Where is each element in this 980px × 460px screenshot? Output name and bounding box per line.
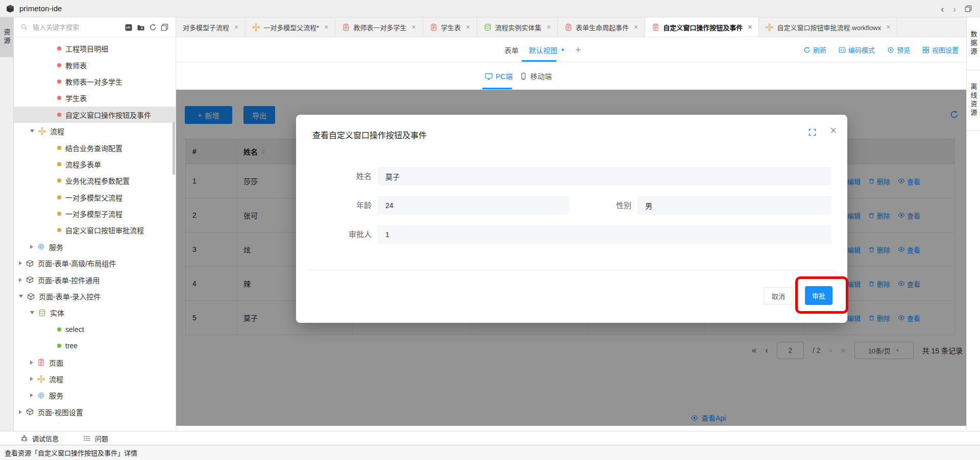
pc-view-tab[interactable]: PC端 [485,62,512,90]
tree-item[interactable]: 业务化流程参数配置 [14,172,176,189]
nav-forward-icon[interactable]: › [953,4,956,14]
close-icon[interactable]: × [234,23,238,31]
close-icon[interactable]: × [886,23,890,31]
chevron-right-icon[interactable] [30,361,33,365]
collapse-panel-icon[interactable] [161,23,168,31]
chevron-right-icon[interactable] [30,393,33,397]
default-view-tab[interactable]: 默认视图 ▼ [529,45,565,55]
tree-item[interactable]: 页面-表单-录入控件 [14,288,176,304]
tree-item[interactable]: 自定义窗口操作按钮及事件 [14,107,176,123]
tree-item[interactable]: 学生表 [14,90,176,106]
chevron-down-icon[interactable] [19,295,23,298]
package-icon [26,260,34,267]
field-input-gender[interactable]: 男 [638,196,831,214]
tree-item[interactable]: 页面 [14,354,176,370]
orange-dot-icon [57,146,61,150]
tab-label: 表单生命周起事件 [576,22,629,32]
close-icon[interactable]: × [324,23,328,31]
tree-item[interactable]: 一对多模型父流程 [14,189,176,206]
tree-item[interactable]: select [14,321,176,338]
bottom-tab-label: 问题 [95,433,108,443]
editor-tab[interactable]: 对多模型子流程× [176,17,246,37]
chevron-down-icon[interactable] [30,130,34,133]
tree-item[interactable]: 结合业务查询配置 [14,139,176,156]
tree-item[interactable]: 工程项目明细 [14,40,176,57]
close-icon[interactable]: × [547,23,551,31]
close-icon[interactable]: × [466,23,470,31]
action-code-button[interactable]: 编码模式 [839,45,875,55]
close-icon[interactable]: × [830,125,837,136]
chevron-right-icon[interactable] [19,261,22,265]
rail-tab-offline[interactable]: 离线资源 [967,70,980,131]
tree-item[interactable]: 教师表一对多学生 [14,73,176,90]
chevron-right-icon[interactable] [19,278,22,282]
resource-sidebar: 工程项目明细教师表教师表一对多学生学生表自定义窗口操作按钮及事件流程结合业务查询… [14,17,176,431]
tree-item[interactable]: 页面-表单-高级/布局组件 [14,255,176,271]
field-value-approver: 1 [385,231,389,239]
editor-tab[interactable]: 表单生命周起事件× [558,17,645,37]
tree-item[interactable]: 流程多表单 [14,156,176,172]
rail-tab-datasource[interactable]: 数据源 [967,17,980,70]
tree-item[interactable]: 流程 [14,371,176,387]
rail-tab-label: 离线资源 [969,83,978,118]
tree-item[interactable]: 服务 [14,387,176,403]
action-layout-button[interactable]: 视图设置 [922,45,959,55]
tree-item[interactable]: tree [14,338,176,354]
tree-item[interactable]: 一对多模型子流程 [14,206,176,222]
tree-item[interactable]: 页面-表单-控件通用 [14,271,176,288]
red-dot-icon [57,80,61,84]
add-view-button[interactable]: + [575,44,581,56]
editor-tab[interactable]: 流程实例实体集× [477,17,558,37]
editor-tab[interactable]: 一对多模型父流程*× [246,17,335,37]
form-icon [37,359,45,366]
action-refresh-button[interactable]: 刷新 [803,45,826,55]
search-input[interactable] [32,23,108,32]
field-input-name[interactable]: 莫子 [378,167,831,185]
editor-tab[interactable]: 教师表一对多学生× [335,17,423,37]
editor-tab[interactable]: 自定义窗口按钮审批流程.workflowx× [759,17,897,37]
sidebar-scrollbar[interactable] [173,122,175,175]
editor-tab[interactable]: 自定义窗口操作按钮及事件× [645,17,759,37]
chevron-right-icon[interactable] [19,410,22,414]
pc-view-label: PC端 [496,71,512,81]
chevron-right-icon[interactable] [30,245,33,249]
tree-item-label: 业务化流程参数配置 [65,175,130,186]
tree-item-label: tree [65,342,78,350]
expand-icon[interactable] [808,128,817,137]
tree-item-label: 一对多模型子流程 [65,209,122,219]
badge-icon[interactable] [125,23,133,32]
editor-tab[interactable]: 学生表× [423,17,477,37]
cancel-button[interactable]: 取消 [764,287,793,304]
chevron-down-icon[interactable] [30,311,34,314]
tree-item[interactable]: 服务 [14,239,176,255]
bottom-tab-issues[interactable]: 问题 [83,433,108,443]
mobile-view-tab[interactable]: 移动端 [520,62,552,90]
tree-item[interactable]: 页面-视图设置 [14,404,176,420]
tree-item[interactable]: 实体 [14,304,176,321]
bottom-tab-debug[interactable]: 调试信息 [20,433,59,443]
action-preview-button[interactable]: 预览 [887,45,910,55]
close-icon[interactable]: × [748,23,752,31]
tree-item[interactable]: 自定义窗口按钮审批流程 [14,222,176,238]
add-folder-icon[interactable] [137,23,145,32]
refresh-icon[interactable] [149,23,157,31]
annotation-highlight-box [795,276,848,314]
close-icon[interactable]: × [411,23,415,31]
rail-tab-resources[interactable]: 资源 [0,17,13,57]
tab-label: 自定义窗口操作按钮及事件 [663,22,743,32]
close-icon[interactable]: × [634,23,638,31]
field-input-age[interactable]: 24 [378,196,569,214]
app-logo-icon [5,4,15,14]
action-label: 编码模式 [848,45,875,55]
field-input-approver[interactable]: 1 [378,225,831,243]
nav-back-icon[interactable]: ‹ [941,4,944,14]
tree-item[interactable]: 教师表 [14,57,176,73]
chevron-right-icon[interactable] [30,377,33,381]
tree-item[interactable]: 流程 [14,123,176,139]
form-icon [652,23,659,31]
flow-icon [766,23,773,31]
device-bar: PC端 移动端 [176,62,966,90]
form-tab[interactable]: 表单 [504,45,519,55]
window-restore-icon[interactable] [965,5,972,12]
db-icon [484,23,492,31]
